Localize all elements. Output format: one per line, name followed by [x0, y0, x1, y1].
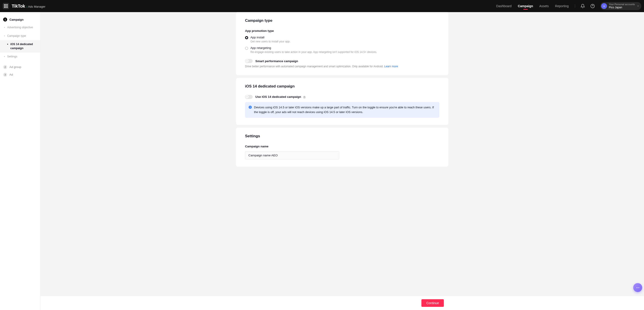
section-title: iOS 14 dedicated campaign	[245, 84, 439, 88]
info-text: Devices using iOS 14.5 or later iOS vers…	[254, 105, 436, 114]
radio-icon	[245, 36, 248, 39]
nav-campaign[interactable]: Campaign	[518, 0, 533, 12]
sidebar-step-ad[interactable]: 3 Ad	[0, 71, 40, 78]
chevron-down-icon: ▾	[638, 5, 638, 7]
chat-support-button[interactable]	[633, 283, 642, 292]
notifications-icon[interactable]	[580, 4, 585, 8]
field-label: Campaign name	[245, 145, 439, 148]
radio-label: App install	[250, 36, 290, 39]
apps-menu-button[interactable]	[3, 3, 9, 9]
ios14-card: iOS 14 dedicated campaign ✕ Use iOS 14 d…	[236, 78, 448, 125]
step-label: Campaign	[10, 18, 24, 21]
info-icon: i	[248, 106, 252, 109]
radio-app-retargeting[interactable]: App retargeting Re-engage existing users…	[245, 46, 439, 54]
help-icon[interactable]	[590, 4, 595, 8]
app-header: TikTok Ads Manager Dashboard Campaign As…	[0, 0, 644, 12]
settings-card: Settings Campaign name	[236, 128, 448, 167]
bullet-icon	[4, 56, 5, 57]
radio-desc: Re-engage existing users to take action …	[250, 50, 377, 54]
account-type: Your Personal accounts	[609, 3, 635, 6]
footer-bar: Continue	[40, 296, 644, 310]
step-number: 1	[3, 18, 7, 22]
section-title: Campaign type	[245, 18, 439, 23]
sidebar-item-label: Advertising objective	[7, 26, 33, 30]
help-tooltip-icon[interactable]: ?	[303, 96, 306, 99]
info-box: i Devices using iOS 14.5 or later iOS ve…	[245, 102, 439, 118]
smart-campaign-toggle[interactable]: ✕	[245, 59, 253, 63]
sidebar-item-label: Campaign type	[7, 34, 26, 38]
sidebar-item-label: Settings	[7, 55, 17, 59]
continue-button[interactable]: Continue	[422, 299, 444, 307]
logo[interactable]: TikTok Ads Manager	[12, 4, 45, 9]
campaign-type-card: Campaign type App promotion type App ins…	[236, 12, 448, 75]
campaign-name-input[interactable]	[245, 151, 339, 160]
radio-app-install[interactable]: App install Get new users to install you…	[245, 36, 439, 43]
chat-icon	[636, 287, 639, 288]
account-name: Pico Japan	[609, 6, 635, 9]
logo-text: TikTok	[12, 4, 25, 9]
logo-subtitle: Ads Manager	[26, 5, 46, 8]
bullet-icon	[4, 36, 5, 36]
sidebar-item-campaign-type[interactable]: Campaign type	[3, 32, 40, 40]
toggle-label: Smart performance campaign	[255, 60, 298, 63]
field-label: App promotion type	[245, 29, 439, 32]
step-label: Ad group	[10, 65, 21, 69]
apps-grid-icon	[4, 4, 8, 8]
toggle-knob-off-icon: ✕	[246, 60, 248, 62]
sidebar-item-settings[interactable]: Settings	[3, 52, 40, 61]
bullet-icon	[7, 44, 8, 45]
sidebar: 1 Campaign Advertising objective Campaig…	[0, 12, 40, 310]
sidebar-item-label: iOS 14 dedicated campaign	[10, 42, 37, 50]
toggle-desc: Drive better performance with automated …	[245, 65, 439, 68]
section-title: Settings	[245, 134, 439, 138]
main-content: Campaign type App promotion type App ins…	[40, 12, 644, 310]
avatar: u	[601, 3, 607, 9]
ios14-toggle[interactable]: ✕	[245, 95, 253, 99]
step-label: Ad	[10, 73, 13, 76]
radio-label: App retargeting	[250, 46, 377, 50]
bullet-icon	[4, 27, 5, 28]
sidebar-step-campaign[interactable]: 1 Campaign	[0, 16, 40, 23]
sidebar-item-objective[interactable]: Advertising objective	[3, 23, 40, 32]
account-switcher[interactable]: u Your Personal accounts Pico Japan ▾	[600, 2, 641, 10]
nav-assets[interactable]: Assets	[540, 0, 549, 12]
nav-reporting[interactable]: Reporting	[555, 0, 569, 12]
toggle-label: Use iOS 14 dedicated campaign ?	[255, 95, 306, 99]
sidebar-item-ios14[interactable]: iOS 14 dedicated campaign	[0, 40, 40, 52]
nav-dashboard[interactable]: Dashboard	[496, 0, 512, 12]
radio-icon	[245, 47, 248, 50]
top-nav: Dashboard Campaign Assets Reporting	[496, 0, 575, 12]
step-number: 2	[3, 65, 7, 69]
learn-more-link[interactable]: Learn more	[384, 65, 398, 68]
step-number: 3	[3, 73, 7, 77]
radio-desc: Get new users to install your app.	[250, 40, 290, 43]
toggle-knob-off-icon: ✕	[246, 95, 248, 98]
sidebar-step-adgroup[interactable]: 2 Ad group	[0, 63, 40, 71]
